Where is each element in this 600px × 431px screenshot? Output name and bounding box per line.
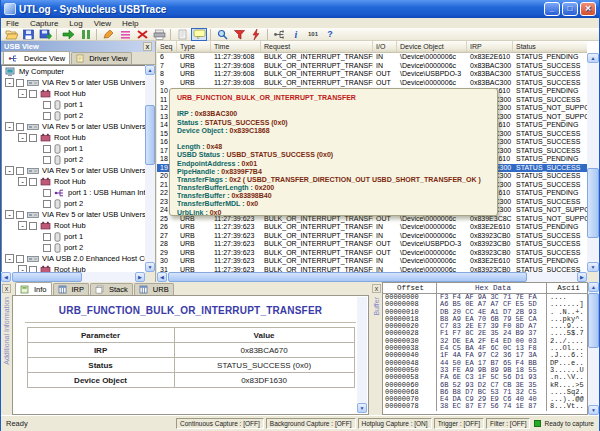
tree-expand-icon[interactable]: - bbox=[18, 133, 27, 142]
buffer-close-icon[interactable]: x bbox=[372, 284, 381, 293]
tree-checkbox[interactable] bbox=[16, 79, 24, 87]
tree-item[interactable]: port 2 bbox=[2, 242, 145, 253]
tree-checkbox[interactable] bbox=[29, 222, 37, 230]
delete-icon[interactable] bbox=[134, 28, 150, 41]
tree-item[interactable]: port 1 bbox=[2, 99, 145, 110]
tree-item[interactable]: -VIA USB 2.0 Enhanced Host Controller bbox=[2, 253, 145, 264]
log-row[interactable]: 28URB11:27:39:623BULK_OR_INTERRUPT_TRANS… bbox=[157, 240, 587, 249]
menu-item-log[interactable]: Log bbox=[69, 19, 82, 28]
additional-info-close-icon[interactable]: x bbox=[2, 284, 11, 293]
help-icon[interactable]: ? bbox=[322, 28, 338, 41]
log-row[interactable]: 6URB11:27:39:608BULK_OR_INTERRUPT_TRANSF… bbox=[157, 53, 587, 62]
log-hscrollbar[interactable]: ◀ ▶ bbox=[157, 272, 587, 282]
column-header-type[interactable]: Type bbox=[177, 41, 211, 52]
tree-item[interactable]: port 1 bbox=[2, 231, 145, 242]
menu-item-capture[interactable]: Capture bbox=[30, 19, 58, 28]
menu-item-help[interactable]: Help bbox=[122, 19, 138, 28]
tree-checkbox[interactable] bbox=[43, 156, 51, 164]
column-header-deviceobject[interactable]: Device Object bbox=[397, 41, 467, 52]
tree-expand-icon[interactable]: - bbox=[5, 78, 14, 87]
tree-item[interactable]: -Root Hub bbox=[2, 176, 145, 187]
tree-expand-icon[interactable]: - bbox=[5, 254, 14, 263]
log-vscroll-thumb[interactable] bbox=[587, 168, 599, 238]
tree-scroll-down-icon[interactable]: ▼ bbox=[145, 262, 155, 272]
minimize-button[interactable]: _ bbox=[544, 2, 560, 16]
tree-item[interactable]: port 2 bbox=[2, 110, 145, 121]
menu-item-file[interactable]: File bbox=[6, 19, 19, 28]
column-header-irp[interactable]: IRP bbox=[467, 41, 513, 52]
tree-checkbox[interactable] bbox=[43, 112, 51, 120]
detail-vscrollbar[interactable]: ▼ bbox=[357, 297, 367, 413]
tree-item[interactable]: port 1 : USB Human Interface D bbox=[2, 187, 145, 198]
info-icon[interactable]: i bbox=[288, 28, 304, 41]
usb-view-close-icon[interactable]: x bbox=[143, 42, 152, 51]
tree-checkbox[interactable] bbox=[43, 145, 51, 153]
tree-scroll-right-icon[interactable]: ▶ bbox=[135, 272, 145, 282]
usb-devices-icon[interactable] bbox=[271, 28, 287, 41]
tree-checkbox[interactable] bbox=[43, 189, 51, 197]
filter-icon[interactable] bbox=[231, 28, 247, 41]
buffer-vscroll-thumb[interactable] bbox=[588, 293, 599, 348]
tab-driver-view[interactable]: Driver View bbox=[71, 52, 132, 64]
tree-checkbox[interactable] bbox=[29, 90, 37, 98]
tab-device-view[interactable]: Device View bbox=[3, 51, 70, 64]
log-row[interactable]: 27URB11:27:39:623BULK_OR_INTERRUPT_TRANS… bbox=[157, 232, 587, 241]
pause-capture-icon[interactable] bbox=[77, 28, 93, 41]
open-file-icon[interactable] bbox=[3, 28, 19, 41]
log-row[interactable]: 9URB11:27:39:608BULK_OR_INTERRUPT_TRANSF… bbox=[157, 79, 587, 88]
tree-item[interactable]: -VIA Rev 5 or later USB Universal Host C bbox=[2, 209, 145, 220]
search-icon[interactable] bbox=[214, 28, 230, 41]
tree-checkbox[interactable] bbox=[29, 178, 37, 186]
start-capture-icon[interactable] bbox=[60, 28, 76, 41]
tree-item[interactable]: port 2 bbox=[2, 198, 145, 209]
tree-checkbox[interactable] bbox=[43, 233, 51, 241]
tree-checkbox[interactable] bbox=[43, 244, 51, 252]
tree-vscroll-thumb[interactable] bbox=[145, 105, 155, 165]
tree-checkbox[interactable] bbox=[16, 167, 24, 175]
menu-item-view[interactable]: View bbox=[94, 19, 111, 28]
maximize-button[interactable]: □ bbox=[562, 2, 578, 16]
column-header-io[interactable]: I/O bbox=[373, 41, 397, 52]
log-row[interactable]: 26URB11:27:39:623BULK_OR_INTERRUPT_TRANS… bbox=[157, 223, 587, 232]
tab-stack[interactable]: Stack bbox=[90, 283, 133, 295]
log-row[interactable]: 8URB11:27:39:608BULK_OR_INTERRUPT_TRANSF… bbox=[157, 70, 587, 79]
buffer-scroll-down-icon[interactable]: ▼ bbox=[588, 405, 599, 415]
tree-vscrollbar[interactable]: ▲ ▼ bbox=[145, 65, 155, 272]
log-scroll-right-icon[interactable]: ▶ bbox=[577, 272, 587, 282]
report-icon[interactable] bbox=[174, 28, 190, 41]
tree-expand-icon[interactable]: - bbox=[5, 210, 14, 219]
tree-scroll-up-icon[interactable]: ▲ bbox=[145, 65, 155, 75]
tree-checkbox[interactable] bbox=[43, 200, 51, 208]
log-scroll-down-icon[interactable]: ▼ bbox=[587, 262, 599, 272]
log-row[interactable]: 29URB11:27:39:623BULK_OR_INTERRUPT_TRANS… bbox=[157, 249, 587, 258]
tree-expand-icon[interactable]: - bbox=[5, 122, 14, 131]
tree-item[interactable]: -VIA Rev 5 or later USB Universal Host C bbox=[2, 165, 145, 176]
tree-item[interactable]: My Computer bbox=[2, 66, 145, 77]
tree-item[interactable]: -Root Hub bbox=[2, 264, 145, 272]
log-scroll-up-icon[interactable]: ▲ bbox=[587, 53, 599, 63]
tooltip-toggle-icon[interactable] bbox=[191, 28, 207, 41]
tree-checkbox[interactable] bbox=[43, 101, 51, 109]
tree-hscroll-thumb[interactable] bbox=[12, 272, 82, 282]
tree-item[interactable]: -Root Hub bbox=[2, 88, 145, 99]
tree-expand-icon[interactable]: - bbox=[18, 89, 27, 98]
tree-expand-icon[interactable]: - bbox=[18, 177, 27, 186]
log-row[interactable]: 7URB11:27:39:608BULK_OR_INTERRUPT_TRANSF… bbox=[157, 62, 587, 71]
column-header-time[interactable]: Time bbox=[211, 41, 261, 52]
raw-view-icon[interactable]: 101 bbox=[305, 28, 321, 41]
tree-expand-icon[interactable]: - bbox=[5, 166, 14, 175]
clear-list-icon[interactable] bbox=[117, 28, 133, 41]
log-hscroll-thumb[interactable] bbox=[168, 272, 527, 282]
tree-item[interactable]: -Root Hub bbox=[2, 132, 145, 143]
log-scroll-left-icon[interactable]: ◀ bbox=[157, 272, 167, 282]
tree-item[interactable]: port 1 bbox=[2, 143, 145, 154]
tree-checkbox[interactable] bbox=[29, 134, 37, 142]
log-vscrollbar[interactable]: ▲ ▼ bbox=[587, 53, 599, 272]
column-header-seq[interactable]: Seq bbox=[157, 41, 177, 52]
trigger-icon[interactable] bbox=[248, 28, 264, 41]
column-header-request[interactable]: Request bbox=[261, 41, 373, 52]
log-row[interactable]: 30URB11:27:39:623BULK_OR_INTERRUPT_TRANS… bbox=[157, 257, 587, 266]
tree-item[interactable]: -VIA Rev 5 or later USB Universal Host C bbox=[2, 77, 145, 88]
close-button[interactable]: ✕ bbox=[580, 2, 596, 16]
tree-expand-icon[interactable]: - bbox=[18, 221, 27, 230]
